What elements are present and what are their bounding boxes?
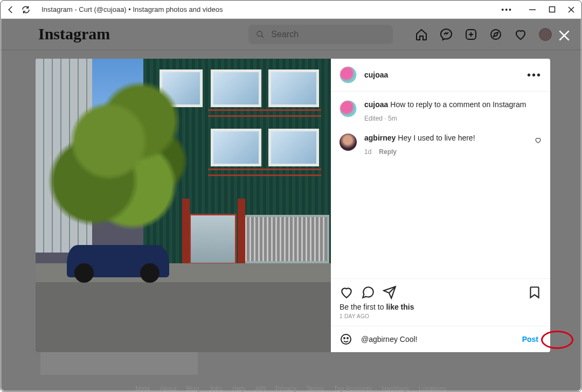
comment-icon[interactable] xyxy=(361,285,375,299)
comment-text: Hey I used to live here! xyxy=(398,134,475,142)
comments-area: cujoaaHow to reply to a comment on Insta… xyxy=(331,92,550,278)
footer-link[interactable]: Top Accounts xyxy=(334,385,372,392)
author-username[interactable]: cujoaa xyxy=(364,71,388,79)
post-timestamp: 1 DAY AGO xyxy=(340,313,542,319)
profile-grid-peek xyxy=(40,351,198,375)
comment-row: agbirneyHey I used to live here! 1dReply xyxy=(340,132,542,157)
footer-link[interactable]: Meta xyxy=(136,385,150,392)
caption-text: How to reply to a comment on Instagram xyxy=(390,100,526,109)
caption-username[interactable]: cujoaa xyxy=(364,100,388,109)
commenter-avatar[interactable] xyxy=(340,134,357,151)
svg-point-13 xyxy=(347,338,348,339)
svg-point-12 xyxy=(344,338,345,339)
footer-link[interactable]: Locations xyxy=(419,385,446,392)
likes-row[interactable]: Be the first to like this xyxy=(340,303,542,311)
minimize-icon[interactable] xyxy=(528,5,537,15)
share-icon[interactable] xyxy=(383,285,397,299)
footer-link[interactable]: API xyxy=(255,385,266,392)
author-avatar[interactable] xyxy=(340,66,357,83)
comment-input[interactable] xyxy=(360,334,511,344)
footer-link[interactable]: Terms xyxy=(306,385,324,392)
maximize-icon[interactable] xyxy=(547,5,557,15)
comment-username[interactable]: agbirney xyxy=(364,134,396,142)
reply-button[interactable]: Reply xyxy=(379,148,397,156)
post-image[interactable] xyxy=(36,59,331,352)
footer-link[interactable]: About xyxy=(160,385,176,392)
svg-point-11 xyxy=(341,334,351,344)
footer-link[interactable]: Help xyxy=(232,385,246,392)
back-icon[interactable] xyxy=(6,5,16,15)
close-icon[interactable] xyxy=(566,5,576,15)
like-icon[interactable] xyxy=(340,285,354,299)
browser-menu-icon[interactable]: ••• xyxy=(501,5,512,14)
footer-link[interactable]: Hashtags xyxy=(382,385,409,392)
tab-title: Instagram - Curt (@cujoaa) • Instagram p… xyxy=(41,5,496,13)
modal-overlay[interactable]: cujoaa ••• cujoaaHow to reply to a comme… xyxy=(1,19,581,391)
save-icon[interactable] xyxy=(528,285,542,299)
add-comment-row: Post xyxy=(331,326,550,352)
author-avatar[interactable] xyxy=(340,100,357,117)
post-header: cujoaa ••• xyxy=(331,59,550,92)
caption-row: cujoaaHow to reply to a comment on Insta… xyxy=(340,99,542,124)
caption-meta: Edited · 5m xyxy=(364,114,542,123)
comment-age: 1d xyxy=(364,148,371,156)
svg-rect-1 xyxy=(549,7,555,12)
footer-link[interactable]: Jobs xyxy=(209,385,223,392)
footer-link[interactable]: Blog xyxy=(186,385,199,392)
emoji-icon[interactable] xyxy=(340,333,352,346)
footer-link[interactable]: Privacy xyxy=(275,385,296,392)
modal-close-icon[interactable] xyxy=(557,29,571,43)
post-modal: cujoaa ••• cujoaaHow to reply to a comme… xyxy=(36,59,550,352)
post-actions: Be the first to like this 1 DAY AGO xyxy=(331,278,550,326)
browser-chrome: Instagram - Curt (@cujoaa) • Instagram p… xyxy=(1,1,581,19)
post-options-icon[interactable]: ••• xyxy=(527,69,542,80)
refresh-icon[interactable] xyxy=(21,5,31,15)
like-comment-icon[interactable] xyxy=(535,137,542,144)
footer-links: MetaAboutBlogJobsHelpAPIPrivacyTermsTop … xyxy=(1,385,581,392)
post-comment-button[interactable]: Post xyxy=(519,333,542,346)
